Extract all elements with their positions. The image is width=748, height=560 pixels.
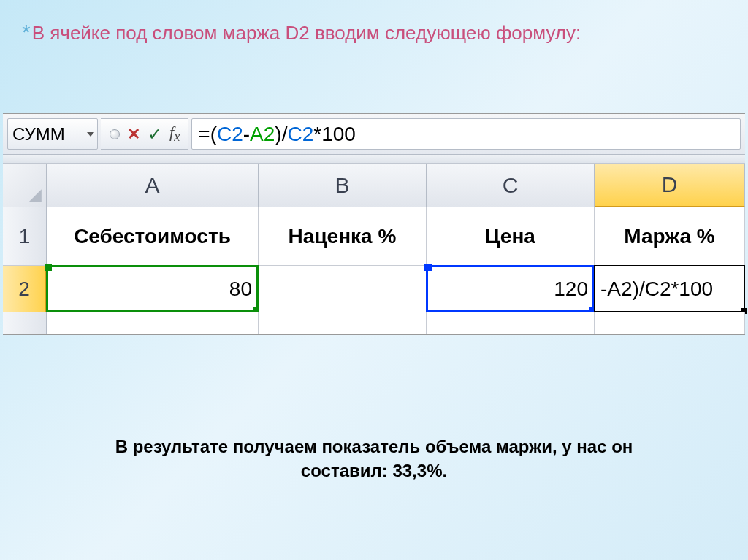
name-box[interactable]: СУММ (7, 118, 98, 150)
col-header-a[interactable]: A (47, 164, 259, 207)
col-label: A (145, 173, 159, 198)
formula-input[interactable]: =(C2-A2)/C2*100 (191, 118, 741, 150)
row-header-3[interactable] (3, 312, 47, 334)
col-label: C (503, 173, 519, 198)
cell-d2[interactable]: -A2)/C2*100 (595, 266, 745, 312)
formula-minus: - (243, 123, 250, 146)
expand-icon[interactable] (110, 129, 120, 139)
cell-b2[interactable] (259, 266, 427, 312)
cell-value: 120 (554, 277, 588, 301)
dropdown-icon[interactable] (87, 132, 94, 137)
col-header-d[interactable]: D (595, 164, 745, 207)
formula-ref-c2b: C2 (287, 123, 313, 146)
cell-c2[interactable]: 120 (427, 266, 595, 312)
formula-paren-close: ) (275, 123, 281, 146)
formula-ref-a2: A2 (250, 123, 275, 146)
spreadsheet-grid: A B C D 1 Себестоимость Наценка % Цена М… (3, 164, 745, 334)
cell-d3[interactable] (595, 312, 745, 334)
col-label: D (662, 172, 678, 197)
cell-b1[interactable]: Наценка % (259, 207, 427, 266)
cell-a1[interactable]: Себестоимость (47, 207, 259, 266)
spacer-bar (3, 155, 745, 164)
bullet-asterisk: * (22, 20, 31, 44)
range-highlight-green (46, 265, 259, 312)
col-label: B (335, 173, 349, 198)
slide-title-text: В ячейке под словом маржа D2 вводим след… (32, 22, 581, 44)
formula-bar: СУММ ✕ ✓ fx =(C2-A2)/C2*100 (3, 114, 745, 155)
excel-screenshot-region: СУММ ✕ ✓ fx =(C2-A2)/C2*100 A B C D 1 Се… (3, 113, 745, 335)
cell-value: Маржа % (624, 225, 714, 248)
formula-ref-c2: C2 (217, 123, 243, 146)
formula-bar-controls: ✕ ✓ fx (101, 118, 188, 150)
col-header-c[interactable]: C (427, 164, 595, 207)
formula-eq: = (198, 123, 210, 146)
row-header-2[interactable]: 2 (3, 266, 47, 312)
formula-slash: / (282, 123, 288, 146)
select-all-corner[interactable] (3, 164, 47, 207)
result-line1: В результате получаем показатель объема … (115, 437, 633, 456)
cell-c3[interactable] (427, 312, 595, 334)
cell-b3[interactable] (259, 312, 427, 334)
row-header-1[interactable]: 1 (3, 207, 47, 266)
formula-tail: *100 (313, 123, 356, 146)
cell-d1[interactable]: Маржа % (595, 207, 745, 266)
cell-value: Себестоимость (74, 225, 231, 248)
enter-icon[interactable]: ✓ (148, 124, 162, 145)
cell-a3[interactable] (47, 312, 259, 334)
cell-value: Цена (485, 225, 535, 248)
result-line2: составил: 33,3%. (301, 461, 447, 480)
fx-icon[interactable]: fx (169, 123, 180, 145)
cell-a2[interactable]: 80 (47, 266, 259, 312)
col-header-b[interactable]: B (259, 164, 427, 207)
select-all-triangle-icon (27, 188, 43, 204)
cell-value: Наценка % (289, 225, 397, 248)
name-box-value: СУММ (12, 124, 65, 145)
cell-value: 80 (229, 277, 252, 301)
cell-value: -A2)/C2*100 (600, 277, 713, 301)
cell-c1[interactable]: Цена (427, 207, 595, 266)
row-label: 1 (19, 225, 31, 248)
formula-paren-open: ( (210, 123, 217, 146)
slide-title: *В ячейке под словом маржа D2 вводим сле… (22, 22, 581, 45)
result-caption: В результате получаем показатель объема … (0, 434, 748, 483)
row-label: 2 (18, 277, 30, 301)
cancel-icon[interactable]: ✕ (127, 125, 140, 144)
